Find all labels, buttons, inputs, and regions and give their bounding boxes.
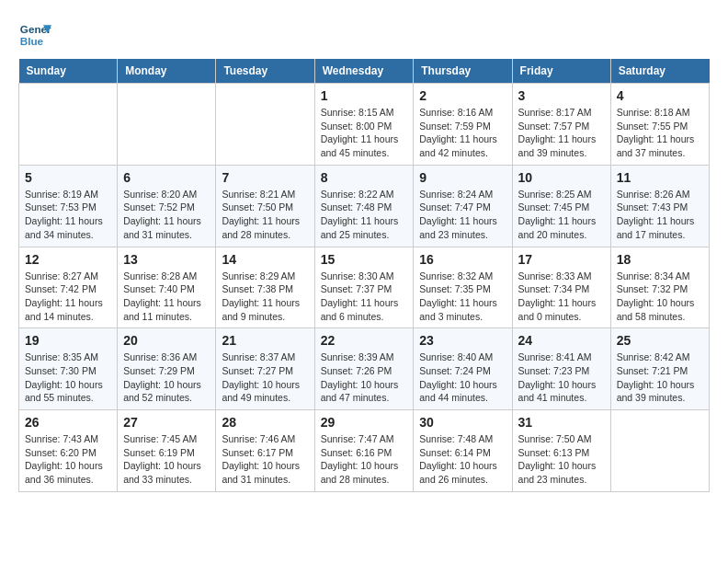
day-detail: Sunrise: 8:22 AM Sunset: 7:48 PM Dayligh…	[321, 188, 408, 242]
day-number: 5	[25, 170, 111, 185]
calendar-table: SundayMondayTuesdayWednesdayThursdayFrid…	[18, 59, 710, 492]
calendar-cell: 19Sunrise: 8:35 AM Sunset: 7:30 PM Dayli…	[19, 328, 118, 410]
day-number: 16	[419, 252, 506, 267]
calendar-week-2: 5Sunrise: 8:19 AM Sunset: 7:53 PM Daylig…	[19, 165, 710, 247]
weekday-monday: Monday	[118, 59, 216, 84]
calendar-cell: 14Sunrise: 8:29 AM Sunset: 7:38 PM Dayli…	[216, 247, 314, 328]
weekday-thursday: Thursday	[414, 59, 512, 84]
calendar-cell: 23Sunrise: 8:40 AM Sunset: 7:24 PM Dayli…	[414, 328, 512, 410]
weekday-saturday: Saturday	[610, 59, 709, 84]
day-detail: Sunrise: 8:18 AM Sunset: 7:55 PM Dayligh…	[617, 106, 703, 160]
calendar-cell: 13Sunrise: 8:28 AM Sunset: 7:40 PM Dayli…	[118, 247, 216, 328]
day-detail: Sunrise: 8:37 AM Sunset: 7:27 PM Dayligh…	[222, 350, 308, 405]
day-detail: Sunrise: 8:15 AM Sunset: 8:00 PM Dayligh…	[321, 106, 408, 160]
calendar-week-5: 26Sunrise: 7:43 AM Sunset: 6:20 PM Dayli…	[19, 410, 710, 492]
day-detail: Sunrise: 8:27 AM Sunset: 7:42 PM Dayligh…	[25, 270, 111, 324]
calendar-cell: 9Sunrise: 8:24 AM Sunset: 7:47 PM Daylig…	[414, 165, 512, 247]
day-detail: Sunrise: 7:46 AM Sunset: 6:17 PM Dayligh…	[222, 432, 308, 487]
day-detail: Sunrise: 8:39 AM Sunset: 7:26 PM Dayligh…	[321, 350, 408, 405]
weekday-sunday: Sunday	[19, 59, 118, 84]
day-number: 3	[518, 88, 605, 103]
day-detail: Sunrise: 8:41 AM Sunset: 7:23 PM Dayligh…	[518, 350, 605, 405]
day-detail: Sunrise: 8:33 AM Sunset: 7:34 PM Dayligh…	[518, 270, 605, 324]
calendar-cell: 4Sunrise: 8:18 AM Sunset: 7:55 PM Daylig…	[610, 84, 709, 166]
day-detail: Sunrise: 8:40 AM Sunset: 7:24 PM Dayligh…	[419, 350, 506, 405]
day-detail: Sunrise: 8:17 AM Sunset: 7:57 PM Dayligh…	[518, 106, 605, 160]
day-number: 26	[25, 415, 111, 430]
calendar-cell: 2Sunrise: 8:16 AM Sunset: 7:59 PM Daylig…	[414, 84, 512, 166]
calendar-cell: 26Sunrise: 7:43 AM Sunset: 6:20 PM Dayli…	[19, 410, 118, 492]
day-number: 18	[617, 252, 703, 267]
header: General Blue	[18, 18, 710, 52]
calendar-cell: 28Sunrise: 7:46 AM Sunset: 6:17 PM Dayli…	[216, 410, 314, 492]
calendar-cell	[216, 84, 314, 166]
calendar-cell: 20Sunrise: 8:36 AM Sunset: 7:29 PM Dayli…	[118, 328, 216, 410]
calendar-cell: 16Sunrise: 8:32 AM Sunset: 7:35 PM Dayli…	[414, 247, 512, 328]
day-number: 6	[123, 170, 210, 185]
calendar-cell: 11Sunrise: 8:26 AM Sunset: 7:43 PM Dayli…	[610, 165, 709, 247]
day-number: 11	[617, 170, 703, 185]
logo-icon: General Blue	[18, 18, 51, 52]
calendar-week-1: 1Sunrise: 8:15 AM Sunset: 8:00 PM Daylig…	[19, 84, 710, 166]
day-detail: Sunrise: 7:48 AM Sunset: 6:14 PM Dayligh…	[419, 432, 506, 487]
calendar-cell	[118, 84, 216, 166]
day-number: 13	[123, 252, 210, 267]
calendar-cell	[19, 84, 118, 166]
day-detail: Sunrise: 8:30 AM Sunset: 7:37 PM Dayligh…	[321, 270, 408, 324]
day-detail: Sunrise: 7:47 AM Sunset: 6:16 PM Dayligh…	[321, 432, 408, 487]
day-detail: Sunrise: 8:25 AM Sunset: 7:45 PM Dayligh…	[518, 188, 605, 242]
calendar-cell: 31Sunrise: 7:50 AM Sunset: 6:13 PM Dayli…	[512, 410, 610, 492]
day-number: 24	[518, 333, 605, 348]
day-number: 12	[25, 252, 111, 267]
calendar-cell: 17Sunrise: 8:33 AM Sunset: 7:34 PM Dayli…	[512, 247, 610, 328]
day-number: 28	[222, 415, 308, 430]
calendar-cell: 8Sunrise: 8:22 AM Sunset: 7:48 PM Daylig…	[314, 165, 414, 247]
day-number: 20	[123, 333, 210, 348]
day-number: 1	[321, 88, 408, 103]
calendar-cell: 25Sunrise: 8:42 AM Sunset: 7:21 PM Dayli…	[610, 328, 709, 410]
weekday-header-row: SundayMondayTuesdayWednesdayThursdayFrid…	[19, 59, 710, 84]
calendar-cell: 27Sunrise: 7:45 AM Sunset: 6:19 PM Dayli…	[118, 410, 216, 492]
day-detail: Sunrise: 8:26 AM Sunset: 7:43 PM Dayligh…	[617, 188, 703, 242]
calendar-week-3: 12Sunrise: 8:27 AM Sunset: 7:42 PM Dayli…	[19, 247, 710, 328]
day-detail: Sunrise: 7:43 AM Sunset: 6:20 PM Dayligh…	[25, 432, 111, 487]
calendar-cell: 6Sunrise: 8:20 AM Sunset: 7:52 PM Daylig…	[118, 165, 216, 247]
day-detail: Sunrise: 8:28 AM Sunset: 7:40 PM Dayligh…	[123, 270, 210, 324]
calendar-cell: 18Sunrise: 8:34 AM Sunset: 7:32 PM Dayli…	[610, 247, 709, 328]
day-number: 17	[518, 252, 605, 267]
day-detail: Sunrise: 8:20 AM Sunset: 7:52 PM Dayligh…	[123, 188, 210, 242]
weekday-tuesday: Tuesday	[216, 59, 314, 84]
calendar-cell: 21Sunrise: 8:37 AM Sunset: 7:27 PM Dayli…	[216, 328, 314, 410]
calendar-cell: 5Sunrise: 8:19 AM Sunset: 7:53 PM Daylig…	[19, 165, 118, 247]
logo: General Blue	[18, 18, 51, 52]
day-number: 31	[518, 415, 605, 430]
day-detail: Sunrise: 8:16 AM Sunset: 7:59 PM Dayligh…	[419, 106, 506, 160]
day-number: 25	[617, 333, 703, 348]
day-number: 2	[419, 88, 506, 103]
day-number: 10	[518, 170, 605, 185]
day-detail: Sunrise: 8:35 AM Sunset: 7:30 PM Dayligh…	[25, 350, 111, 405]
day-number: 15	[321, 252, 408, 267]
day-number: 30	[419, 415, 506, 430]
calendar-cell: 7Sunrise: 8:21 AM Sunset: 7:50 PM Daylig…	[216, 165, 314, 247]
calendar-cell	[610, 410, 709, 492]
day-number: 19	[25, 333, 111, 348]
calendar-cell: 3Sunrise: 8:17 AM Sunset: 7:57 PM Daylig…	[512, 84, 610, 166]
day-number: 21	[222, 333, 308, 348]
calendar-week-4: 19Sunrise: 8:35 AM Sunset: 7:30 PM Dayli…	[19, 328, 710, 410]
weekday-wednesday: Wednesday	[314, 59, 414, 84]
day-number: 8	[321, 170, 408, 185]
calendar-cell: 1Sunrise: 8:15 AM Sunset: 8:00 PM Daylig…	[314, 84, 414, 166]
day-number: 22	[321, 333, 408, 348]
day-detail: Sunrise: 8:32 AM Sunset: 7:35 PM Dayligh…	[419, 270, 506, 324]
day-number: 4	[617, 88, 703, 103]
day-detail: Sunrise: 8:36 AM Sunset: 7:29 PM Dayligh…	[123, 350, 210, 405]
day-detail: Sunrise: 8:34 AM Sunset: 7:32 PM Dayligh…	[617, 270, 703, 324]
day-number: 27	[123, 415, 210, 430]
day-number: 14	[222, 252, 308, 267]
day-number: 29	[321, 415, 408, 430]
calendar-cell: 15Sunrise: 8:30 AM Sunset: 7:37 PM Dayli…	[314, 247, 414, 328]
calendar-cell: 10Sunrise: 8:25 AM Sunset: 7:45 PM Dayli…	[512, 165, 610, 247]
calendar-cell: 29Sunrise: 7:47 AM Sunset: 6:16 PM Dayli…	[314, 410, 414, 492]
calendar-cell: 30Sunrise: 7:48 AM Sunset: 6:14 PM Dayli…	[414, 410, 512, 492]
